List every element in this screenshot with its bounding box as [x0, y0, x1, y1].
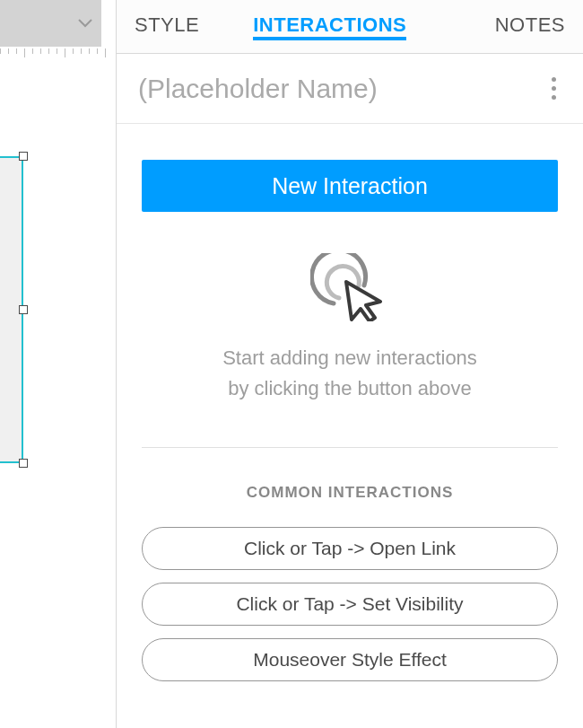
section-divider: [142, 447, 558, 448]
more-options-icon[interactable]: [546, 72, 561, 105]
hint-line-1: Start adding new interactions: [222, 346, 477, 369]
tab-style[interactable]: STYLE: [135, 13, 199, 40]
resize-handle-middle-right[interactable]: [19, 305, 28, 314]
resize-handle-top-right[interactable]: [19, 152, 28, 161]
resize-handle-bottom-right[interactable]: [19, 459, 28, 468]
hint-line-2: by clicking the button above: [228, 377, 472, 399]
widget-name-input[interactable]: [138, 74, 546, 104]
inspector-panel: STYLE INTERACTIONS NOTES New Interaction…: [117, 0, 583, 728]
inspector-tabs: STYLE INTERACTIONS NOTES: [117, 0, 583, 54]
click-cursor-icon: [142, 253, 558, 321]
widget-name-row: [117, 54, 583, 124]
tab-interactions[interactable]: INTERACTIONS: [253, 13, 406, 40]
common-interaction-mouseover[interactable]: Mouseover Style Effect: [142, 638, 558, 681]
tab-notes[interactable]: NOTES: [495, 13, 565, 40]
horizontal-ruler: [0, 47, 116, 65]
canvas-control-bar: [0, 0, 101, 47]
new-interaction-button[interactable]: New Interaction: [142, 160, 558, 212]
selected-placeholder-widget[interactable]: [0, 156, 23, 463]
canvas-area: [0, 0, 117, 728]
ruler-corner: [101, 0, 116, 47]
common-interactions-title: COMMON INTERACTIONS: [142, 484, 558, 502]
common-interaction-open-link[interactable]: Click or Tap -> Open Link: [142, 527, 558, 570]
common-interaction-set-visibility[interactable]: Click or Tap -> Set Visibility: [142, 583, 558, 626]
interactions-hint: Start adding new interactions by clickin…: [142, 343, 558, 404]
interactions-body: New Interaction Start adding new interac…: [117, 124, 583, 728]
left-header: [0, 0, 116, 47]
dropdown-caret-icon[interactable]: [78, 19, 92, 28]
